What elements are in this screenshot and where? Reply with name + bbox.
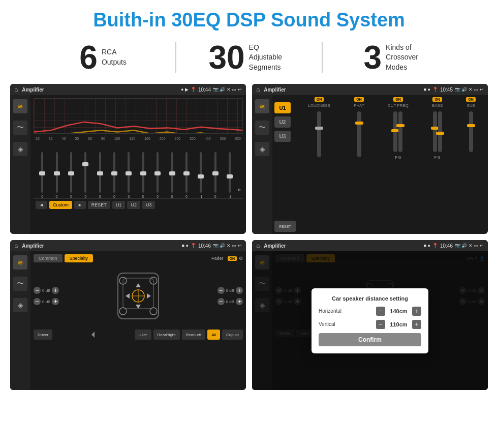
phat-on-badge: ON [354, 97, 364, 102]
stat-eq: 30 EQ AdjustableSegments [176, 41, 321, 74]
sub-slider[interactable] [469, 111, 473, 152]
fader-sliders-icon: ⚙ [239, 256, 243, 261]
channel-u2-btn[interactable]: U2 [274, 116, 291, 128]
rear-left-minus[interactable]: − [34, 298, 41, 305]
vertical-minus-btn[interactable]: − [376, 320, 385, 329]
horizontal-minus-btn[interactable]: − [376, 307, 385, 316]
btn-user[interactable]: User [135, 330, 151, 340]
dialog-horizontal-label: Horizontal [319, 308, 341, 314]
fader-vol-front-right: − 0 dB + [217, 287, 243, 294]
fader-time: 10:46 [198, 243, 211, 249]
tab-specialty[interactable]: Specialty [65, 254, 94, 262]
eq-sidebar-wave-icon[interactable]: 〜 [13, 121, 27, 135]
eq-reset-btn[interactable]: RESET [88, 201, 110, 209]
crossover-status-icons: 📷 🔊 ✕ ▭ ↩ [455, 87, 484, 92]
crossover-location-icon: 📍 [432, 87, 438, 92]
eq-slider-0[interactable]: 0 [36, 152, 49, 198]
eq-screen-title: Amplifier [22, 87, 179, 93]
front-left-plus[interactable]: + [52, 287, 59, 294]
rear-right-minus[interactable]: − [217, 298, 225, 305]
horizontal-plus-btn[interactable]: + [412, 307, 421, 316]
ctrl-bass: ON BASS F G [432, 97, 443, 159]
rear-right-plus[interactable]: + [236, 298, 243, 305]
bass-on-badge: ON [432, 97, 442, 102]
crossover-sidebar-eq-icon[interactable]: ≋ [255, 99, 269, 113]
stat-crossover-text: Kinds ofCrossover Modes [386, 43, 426, 73]
horizontal-value: 140cm [387, 308, 410, 314]
eq-slider-2[interactable]: 0 [65, 152, 78, 198]
eq-sidebar-speaker-icon[interactable]: ◈ [13, 142, 27, 156]
svg-marker-10 [136, 305, 141, 309]
eq-expand-btn[interactable]: » [237, 186, 241, 193]
eq-slider-11[interactable]: -1 [194, 152, 207, 198]
channel-u3-btn[interactable]: U3 [274, 131, 291, 142]
crossover-sidebar-speaker-icon[interactable]: ◈ [255, 142, 269, 156]
eq-custom-btn[interactable]: Custom [49, 201, 72, 209]
distance-time: 10:46 [440, 243, 453, 249]
btn-rearleft[interactable]: RearLeft [182, 330, 206, 340]
fader-sidebar-speaker-icon[interactable]: ◈ [13, 298, 27, 312]
channel-u1-btn[interactable]: U1 [274, 102, 291, 113]
eq-slider-13[interactable]: -1 [223, 152, 236, 198]
cutfreq-on-badge: ON [393, 97, 403, 102]
eq-slider-10[interactable]: 0 [180, 152, 193, 198]
front-left-minus[interactable]: − [34, 287, 41, 294]
eq-play-btn[interactable]: ► [74, 201, 86, 209]
distance-screen-title: Amplifier [264, 243, 421, 249]
eq-slider-4[interactable]: 0 [94, 152, 107, 198]
bass-slider-g[interactable] [438, 111, 442, 152]
fader-screen-card: ⌂ Amplifier ■ ● 📍 10:46 📷 🔊 ✕ ▭ ↩ ≋ 〜 ◈ … [10, 240, 246, 390]
front-right-plus[interactable]: + [236, 287, 243, 294]
loudness-on-badge: ON [315, 97, 324, 102]
crossover-dot-icons: ■ ● [424, 87, 430, 92]
eq-prev-btn[interactable]: ◄ [36, 201, 47, 209]
rear-left-plus[interactable]: + [52, 298, 59, 305]
eq-slider-9[interactable]: 0 [165, 152, 178, 198]
vertical-plus-btn[interactable]: + [412, 320, 421, 329]
eq-sidebar-eq-icon[interactable]: ≋ [13, 99, 27, 113]
eq-slider-12[interactable]: 0 [209, 152, 222, 198]
eq-slider-6[interactable]: 0 [122, 152, 135, 198]
eq-slider-7[interactable]: 0 [137, 152, 150, 198]
svg-point-5 [150, 308, 157, 315]
eq-u2-btn[interactable]: U2 [127, 201, 140, 209]
fader-sidebar-wave-icon[interactable]: 〜 [13, 277, 27, 291]
fader-home-icon: ⌂ [14, 242, 18, 249]
loudness-slider[interactable] [317, 111, 321, 157]
eq-dot-icons: ● ▶ [181, 87, 189, 92]
distance-dot-icons: ■ ● [424, 243, 430, 248]
crossover-sidebar-wave-icon[interactable]: 〜 [255, 121, 269, 135]
home-icon: ⌂ [14, 86, 18, 93]
car-top-view-svg [108, 263, 169, 329]
eq-slider-5[interactable]: 0 [108, 152, 121, 198]
bass-label: BASS [432, 103, 443, 108]
phat-slider[interactable] [357, 111, 361, 157]
stat-rca-text: RCAOutputs [102, 47, 127, 67]
eq-u3-btn[interactable]: U3 [142, 201, 155, 209]
crossover-main-content: U1 U2 U3 RESET ON LOUDNESS [272, 95, 488, 234]
eq-slider-3[interactable]: 5 [79, 152, 92, 198]
btn-driver[interactable]: Driver [34, 330, 52, 340]
crossover-screen-body: ≋ 〜 ◈ U1 U2 U3 RESET [252, 95, 488, 234]
dialog-vertical-row: Vertical − 110cm + [319, 320, 421, 329]
tab-common[interactable]: Common [34, 254, 63, 262]
cutfreq-slider-f[interactable] [393, 111, 397, 152]
crossover-reset-btn[interactable]: RESET [274, 221, 296, 232]
front-right-minus[interactable]: − [217, 287, 225, 294]
fader-sidebar-eq-icon[interactable]: ≋ [13, 255, 27, 270]
fader-location-icon: 📍 [191, 243, 196, 248]
btn-copilot[interactable]: Copilot [222, 330, 243, 340]
eq-slider-1[interactable]: 0 [50, 152, 63, 198]
stats-row: 6 RCAOutputs 30 EQ AdjustableSegments 3 … [0, 36, 498, 81]
cutfreq-slider-g[interactable] [398, 111, 402, 152]
eq-bottom-bar: ◄ Custom ► RESET U1 U2 U3 [34, 198, 243, 211]
loudness-label: LOUDNESS [308, 103, 330, 108]
fader-speaker-area: − 0 dB + − 0 dB + [34, 265, 243, 326]
eq-sliders-row: 0 0 0 5 0 [34, 142, 243, 198]
eq-slider-8[interactable]: 0 [151, 152, 164, 198]
btn-rearright[interactable]: RearRight [153, 330, 180, 340]
confirm-button[interactable]: Confirm [319, 333, 421, 346]
eq-u1-btn[interactable]: U1 [112, 201, 126, 209]
fader-car-diagram [62, 265, 214, 326]
btn-all[interactable]: All [207, 330, 220, 340]
